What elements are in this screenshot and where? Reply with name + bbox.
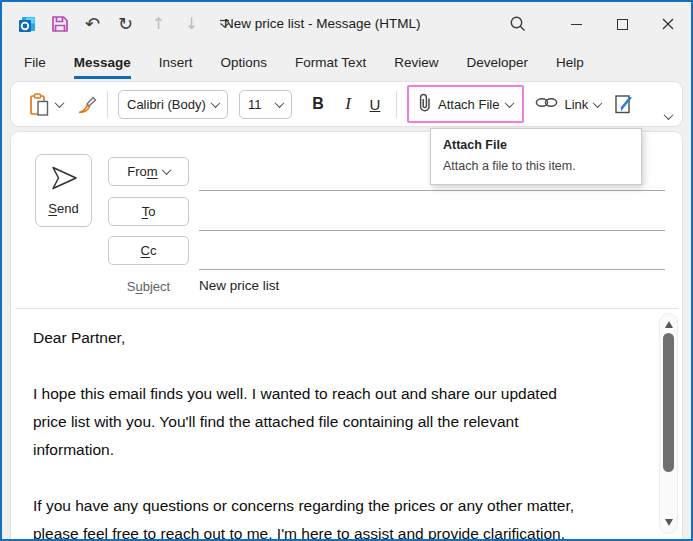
body-line <box>33 352 654 380</box>
font-size-select[interactable]: 11 <box>239 90 292 119</box>
paperclip-icon <box>418 93 431 116</box>
tab-help[interactable]: Help <box>556 46 584 79</box>
body-line: information. <box>33 436 654 464</box>
message-body-editor[interactable]: Dear Partner, I hope this email finds yo… <box>23 309 654 539</box>
body-line: price list with you. You'll find the att… <box>33 408 654 436</box>
move-down-icon: ↓ <box>175 8 208 40</box>
signature-icon[interactable] <box>613 94 634 115</box>
from-button[interactable]: From <box>108 157 189 186</box>
tab-review[interactable]: Review <box>394 46 438 79</box>
redo-icon[interactable]: ↻ <box>109 8 142 40</box>
ribbon-toolbar: Calibri (Body) 11 B I U Attach File <box>10 81 683 127</box>
font-name-value: Calibri (Body) <box>127 97 206 112</box>
send-label: Send <box>48 201 78 216</box>
format-painter-icon[interactable] <box>76 94 97 115</box>
move-up-icon: ↑ <box>142 8 175 40</box>
font-size-value: 11 <box>248 97 262 112</box>
link-button[interactable]: Link <box>531 92 605 116</box>
chevron-down-icon <box>211 98 221 108</box>
window-controls <box>553 2 691 46</box>
tooltip-title: Attach File <box>443 138 629 152</box>
italic-button[interactable]: I <box>338 94 358 114</box>
link-label: Link <box>564 97 588 112</box>
undo-icon[interactable]: ↶ <box>76 8 109 40</box>
chevron-down-icon <box>505 98 515 108</box>
scroll-up-icon[interactable] <box>665 321 673 328</box>
quick-access-toolbar: ↶ ↻ ↑ ↓ <box>10 8 241 40</box>
ribbon-separator <box>107 91 108 118</box>
paste-dropdown-chevron-icon[interactable] <box>56 101 63 108</box>
body-line: If you have any questions or concerns re… <box>33 492 654 520</box>
attach-file-tooltip: Attach File Attach a file to this item. <box>430 128 642 185</box>
body-line <box>33 464 654 492</box>
window-title: New price list - Message (HTML) <box>224 16 421 31</box>
outlook-app-icon <box>10 8 43 40</box>
tab-options[interactable]: Options <box>221 46 268 79</box>
send-button[interactable]: Send <box>35 154 92 227</box>
underline-button[interactable]: U <box>364 96 386 113</box>
to-field[interactable] <box>199 197 665 231</box>
chevron-down-icon <box>593 98 603 108</box>
link-icon <box>535 96 558 112</box>
tab-insert[interactable]: Insert <box>159 46 193 79</box>
tab-file[interactable]: File <box>24 46 46 79</box>
chevron-down-icon <box>275 98 285 108</box>
send-icon <box>49 165 79 194</box>
tooltip-description: Attach a file to this item. <box>443 159 629 173</box>
attach-file-button[interactable]: Attach File <box>407 85 524 123</box>
cc-field[interactable] <box>199 236 665 270</box>
to-button[interactable]: To <box>108 197 189 226</box>
tab-format-text[interactable]: Format Text <box>295 46 366 79</box>
title-bar: ↶ ↻ ↑ ↓ New price list - Message (HTML) <box>2 2 691 46</box>
body-line: please feel free to reach out to me. I'm… <box>33 520 654 539</box>
maximize-button[interactable] <box>599 2 645 46</box>
subject-field[interactable]: New price list <box>199 278 279 293</box>
scrollbar-thumb[interactable] <box>663 333 674 472</box>
to-label: To <box>142 204 156 219</box>
save-icon[interactable] <box>43 8 76 40</box>
compose-pane: Send From To Cc Subject New price list D… <box>10 131 683 539</box>
body-line: Dear Partner, <box>33 324 654 352</box>
chevron-down-icon <box>161 165 171 175</box>
body-line: I hope this email finds you well. I want… <box>33 380 654 408</box>
scroll-down-icon[interactable] <box>665 519 673 526</box>
outlook-message-window: ↶ ↻ ↑ ↓ New price list - Message (HTML) <box>0 0 693 541</box>
tab-message[interactable]: Message <box>74 46 131 79</box>
ribbon-separator <box>396 91 397 118</box>
ribbon-more-chevron-icon[interactable] <box>665 113 672 120</box>
attach-file-label: Attach File <box>438 97 499 112</box>
bold-button[interactable]: B <box>306 95 330 113</box>
close-button[interactable] <box>645 2 691 46</box>
subject-label: Subject <box>108 279 189 294</box>
paste-icon[interactable] <box>29 93 50 116</box>
cc-label: Cc <box>141 243 157 258</box>
body-scrollbar[interactable] <box>659 313 678 534</box>
from-label: From <box>127 164 157 179</box>
ribbon-tab-bar: File Message Insert Options Format Text … <box>2 46 691 79</box>
cc-button[interactable]: Cc <box>108 236 189 265</box>
tab-developer[interactable]: Developer <box>466 46 528 79</box>
search-icon[interactable] <box>502 9 534 39</box>
font-name-select[interactable]: Calibri (Body) <box>118 90 228 119</box>
minimize-button[interactable] <box>553 2 599 46</box>
